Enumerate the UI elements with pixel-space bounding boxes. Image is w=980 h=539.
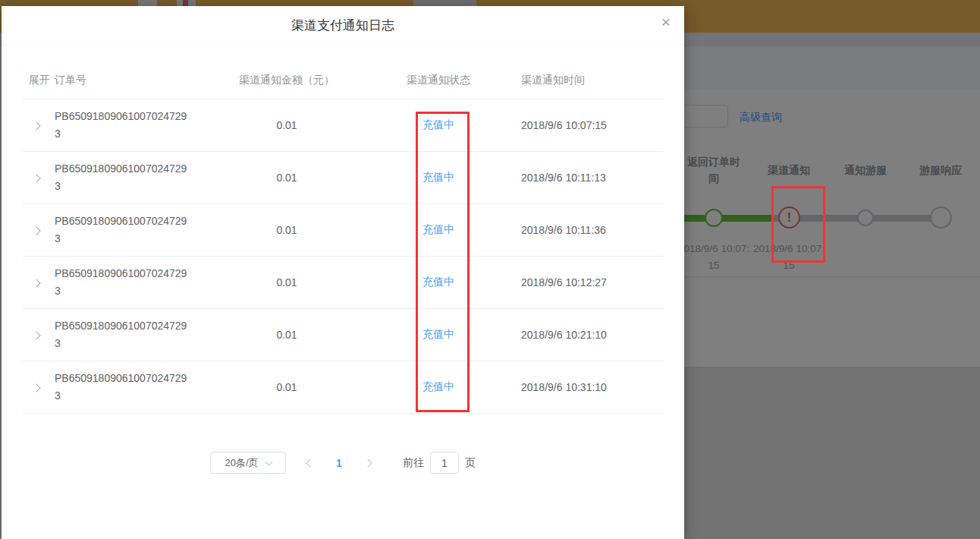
dialog-header: 渠道支付通知日志 × [2,6,684,45]
page-number-1[interactable]: 1 [336,457,342,469]
cell-order-no: PB650918090610070247293 [55,317,199,352]
channel-payment-log-dialog: 渠道支付通知日志 × 展开 订单号 渠道通知金额（元） 渠道通知状态 渠道通知时… [2,6,684,539]
dialog-body: 展开 订单号 渠道通知金额（元） 渠道通知状态 渠道通知时间 PB6509180… [2,45,684,474]
cell-amount: 0.01 [199,329,375,341]
table-row: PB650918090610070247293 0.01 充值中 2018/9/… [23,257,664,309]
arrow-right-icon [363,459,372,467]
cell-order-no: PB650918090610070247293 [55,265,199,300]
cell-order-no: PB650918090610070247293 [55,108,199,143]
cell-time: 2018/9/6 10:31:10 [502,381,664,393]
dialog-title: 渠道支付通知日志 [291,17,394,34]
cell-time: 2018/9/6 10:12:27 [502,276,664,288]
status-badge: 充值中 [422,276,454,288]
header-order-no: 订单号 [55,71,199,89]
expand-arrow-icon[interactable] [32,174,40,182]
header-status: 渠道通知状态 [375,74,502,87]
table-row: PB650918090610070247293 0.01 充值中 2018/9/… [23,204,664,257]
cell-time: 2018/9/6 10:21:10 [502,329,664,341]
cell-time: 2018/9/6 10:11:13 [502,172,664,184]
cell-time: 2018/9/6 10:07:15 [502,119,664,131]
cell-order-no: PB650918090610070247293 [55,213,199,247]
next-page-button[interactable] [365,460,371,466]
table-row: PB650918090610070247293 0.01 充值中 2018/9/… [23,152,664,204]
table-row: PB650918090610070247293 0.01 充值中 2018/9/… [23,309,664,361]
status-badge: 充值中 [422,171,454,183]
status-badge: 充值中 [422,223,454,235]
table-header-row: 展开 订单号 渠道通知金额（元） 渠道通知状态 渠道通知时间 [23,61,664,99]
table-row: PB650918090610070247293 0.01 充值中 2018/9/… [23,99,664,152]
expand-arrow-icon[interactable] [32,331,40,339]
arrow-left-icon [306,459,314,467]
pagination: 20条/页 1 前往 页 [23,452,663,474]
cell-amount: 0.01 [199,381,375,393]
expand-arrow-icon[interactable] [32,279,40,287]
header-time: 渠道通知时间 [502,74,664,87]
cell-amount: 0.01 [199,224,375,236]
goto-page-input[interactable] [430,452,459,474]
page-size-select[interactable]: 20条/页 [210,452,286,474]
status-badge: 充值中 [422,328,454,340]
goto-label: 前往 [403,456,424,470]
cell-amount: 0.01 [199,276,375,288]
close-icon[interactable]: × [661,14,671,30]
cell-order-no: PB650918090610070247293 [55,370,199,405]
status-badge: 充值中 [422,118,454,131]
prev-page-button[interactable] [307,460,313,466]
chevron-down-icon [265,458,272,465]
cell-order-no: PB650918090610070247293 [55,160,199,195]
cell-amount: 0.01 [199,119,375,131]
expand-arrow-icon[interactable] [32,121,40,130]
header-amount: 渠道通知金额（元） [199,74,375,87]
status-badge: 充值中 [422,380,454,392]
notify-log-table: 展开 订单号 渠道通知金额（元） 渠道通知状态 渠道通知时间 PB6509180… [23,61,664,414]
page-size-value: 20条/页 [225,456,259,470]
cell-amount: 0.01 [199,172,375,184]
cell-time: 2018/9/6 10:11:36 [502,224,664,236]
page-unit-label: 页 [465,456,476,470]
header-expand: 展开 [23,74,55,87]
table-row: PB650918090610070247293 0.01 充值中 2018/9/… [23,361,664,414]
expand-arrow-icon[interactable] [32,226,40,235]
expand-arrow-icon[interactable] [32,383,40,392]
